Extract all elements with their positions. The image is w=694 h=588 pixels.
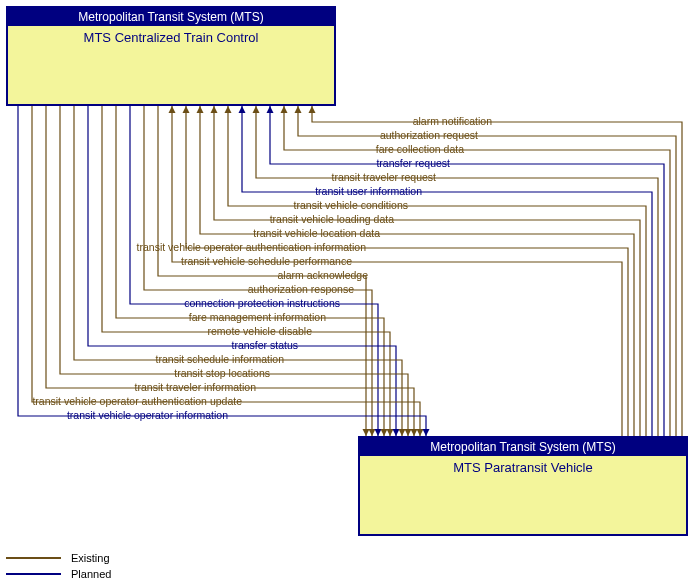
legend-planned: Planned — [6, 566, 111, 582]
legend-label: Existing — [71, 552, 110, 564]
flow-incoming-label: alarm notification — [413, 115, 492, 127]
flow-incoming-label: transit traveler request — [332, 171, 436, 183]
flow-incoming-label: transit vehicle location data — [253, 227, 380, 239]
flow-outgoing-label: alarm acknowledge — [278, 269, 368, 281]
legend-swatch-planned — [6, 573, 61, 575]
flow-outgoing-label: authorization response — [248, 283, 354, 295]
flow-outgoing-label: remote vehicle disable — [208, 325, 312, 337]
flow-incoming-label: transit vehicle loading data — [270, 213, 394, 225]
node-header: Metropolitan Transit System (MTS) — [360, 438, 686, 456]
flow-incoming-label: transfer request — [376, 157, 450, 169]
flow-outgoing-label: transit vehicle operator authentication … — [32, 395, 242, 407]
flow-incoming-label: transit user information — [315, 185, 422, 197]
node-body: MTS Paratransit Vehicle — [360, 456, 686, 479]
legend-existing: Existing — [6, 550, 111, 566]
node-body: MTS Centralized Train Control — [8, 26, 334, 49]
node-header: Metropolitan Transit System (MTS) — [8, 8, 334, 26]
legend-label: Planned — [71, 568, 111, 580]
flow-outgoing-label: transit schedule information — [156, 353, 284, 365]
legend-swatch-existing — [6, 557, 61, 559]
flow-outgoing-label: transit traveler information — [135, 381, 256, 393]
flow-incoming-label: transit vehicle conditions — [294, 199, 408, 211]
flow-outgoing-label: connection protection instructions — [184, 297, 340, 309]
node-mts-centralized-train-control[interactable]: Metropolitan Transit System (MTS) MTS Ce… — [6, 6, 336, 106]
flow-outgoing-label: transit vehicle operator information — [67, 409, 228, 421]
flow-outgoing-label: fare management information — [189, 311, 326, 323]
flow-outgoing-label: transit stop locations — [174, 367, 270, 379]
flow-incoming-label: authorization request — [380, 129, 478, 141]
node-mts-paratransit-vehicle[interactable]: Metropolitan Transit System (MTS) MTS Pa… — [358, 436, 688, 536]
flow-incoming-label: transit vehicle schedule performance — [181, 255, 352, 267]
legend: Existing Planned — [6, 550, 111, 582]
flow-incoming-label: transit vehicle operator authentication … — [137, 241, 366, 253]
flow-outgoing-label: transfer status — [231, 339, 298, 351]
flow-incoming-label: fare collection data — [376, 143, 464, 155]
